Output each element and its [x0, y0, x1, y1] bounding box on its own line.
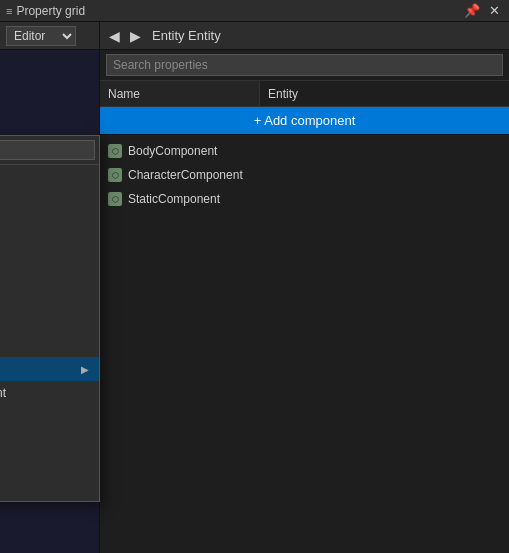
nav-forward-button[interactable]: ▶ — [127, 27, 144, 45]
pg-header: ◀ ▶ Entity Entity — [100, 22, 509, 50]
dropdown-item-video[interactable]: Video — [0, 477, 99, 501]
dropdown-item-miscellaneous[interactable]: Miscellaneous — [0, 237, 99, 261]
name-value: Entity — [260, 81, 509, 106]
component-icon-character: ⬡ — [108, 168, 122, 182]
dropdown-item-navigation[interactable]: Navigation — [0, 285, 99, 309]
add-component-dropdown: AnimationAudioLightsMiscellaneousModelNa… — [0, 135, 100, 502]
component-label-character: CharacterComponent — [128, 168, 243, 182]
dropdown-item-lights[interactable]: Lights — [0, 213, 99, 237]
components-container: ⬡BodyComponent⬡CharacterComponent⬡Static… — [100, 139, 509, 211]
component-icon-static: ⬡ — [108, 192, 122, 206]
dropdown-item-scripts[interactable]: Scripts — [0, 405, 99, 429]
dropdown-item-physics-bepu-constraint[interactable]: Physics - Bepu Constraint — [0, 381, 99, 405]
add-component-button[interactable]: + Add component — [100, 107, 509, 135]
dropdown-item-model[interactable]: Model — [0, 261, 99, 285]
pin-button[interactable]: 📌 — [463, 2, 481, 20]
dropdown-search-input[interactable] — [0, 140, 95, 160]
dropdown-item-animation[interactable]: Animation — [0, 165, 99, 189]
component-item-static[interactable]: ⬡StaticComponent — [100, 187, 509, 211]
dropdown-search-area — [0, 136, 99, 165]
component-item-character[interactable]: ⬡CharacterComponent — [100, 163, 509, 187]
dropdown-items-list: AnimationAudioLightsMiscellaneousModelNa… — [0, 165, 99, 501]
main-layout: Editor ✕ x y z ◀ ▶ Entity Entity — [0, 22, 509, 553]
title-bar-left: ≡ Property grid — [6, 4, 85, 18]
entity-label: Entity Entity — [152, 28, 221, 43]
search-properties-input[interactable] — [106, 54, 503, 76]
right-panel: ◀ ▶ Entity Entity Name Entity + Add comp… — [100, 22, 509, 553]
close-button[interactable]: ✕ — [485, 2, 503, 20]
component-icon-body: ⬡ — [108, 144, 122, 158]
bottom-area — [100, 513, 509, 553]
component-label-static: StaticComponent — [128, 192, 220, 206]
name-row: Name Entity — [100, 81, 509, 107]
title-bar-title: Property grid — [16, 4, 85, 18]
editor-tab: Editor — [0, 22, 99, 50]
title-bar-actions: 📌 ✕ — [463, 2, 503, 20]
dropdown-item-label-physics-bepu-constraint: Physics - Bepu Constraint — [0, 386, 6, 400]
dropdown-item-ui[interactable]: UI — [0, 453, 99, 477]
component-label-body: BodyComponent — [128, 144, 217, 158]
submenu-chevron-icon-physics-bepu: ▶ — [81, 364, 89, 375]
menu-icon: ≡ — [6, 5, 12, 17]
dropdown-item-physics[interactable]: Physics — [0, 333, 99, 357]
search-area — [100, 50, 509, 81]
component-item-body[interactable]: ⬡BodyComponent — [100, 139, 509, 163]
dropdown-item-physics-bepu[interactable]: Physics - Bepu▶ — [0, 357, 99, 381]
dropdown-item-particles[interactable]: Particles — [0, 309, 99, 333]
name-label: Name — [100, 81, 260, 106]
dropdown-item-sprites[interactable]: Sprites — [0, 429, 99, 453]
components-list: AnimationAudioLightsMiscellaneousModelNa… — [100, 135, 509, 513]
dropdown-item-audio[interactable]: Audio — [0, 189, 99, 213]
editor-dropdown[interactable]: Editor — [6, 26, 76, 46]
title-bar: ≡ Property grid 📌 ✕ — [0, 0, 509, 22]
nav-back-button[interactable]: ◀ — [106, 27, 123, 45]
